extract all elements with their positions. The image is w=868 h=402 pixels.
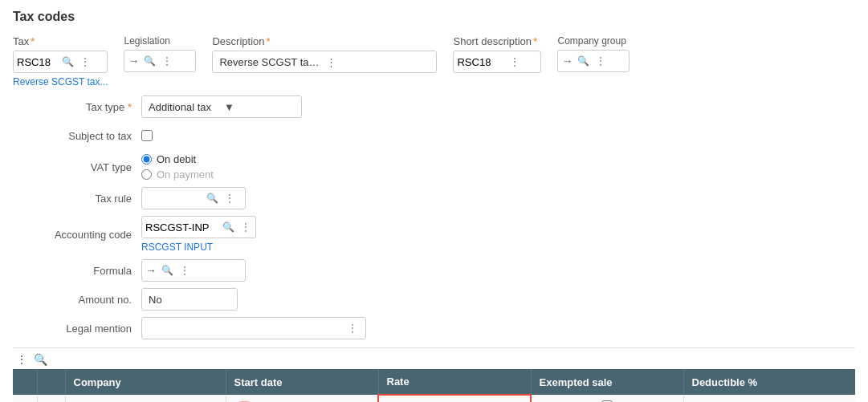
amount-no-row: Amount no. No bbox=[29, 288, 855, 311]
tax-field-group: Tax* 🔍 ⋮ Reverse SCGST tax... bbox=[13, 35, 108, 87]
row-actions-cell: ⋮ bbox=[37, 395, 65, 402]
col-header-start-date: Start date bbox=[226, 369, 378, 395]
row-number: 1 bbox=[13, 395, 37, 402]
vat-on-debit-radio[interactable] bbox=[141, 154, 152, 164]
tax-search-icon[interactable]: 🔍 bbox=[60, 56, 75, 67]
legislation-input-wrapper: → 🔍 ⋮ bbox=[124, 50, 196, 72]
company-group-field-group: Company group → 🔍 ⋮ bbox=[557, 35, 630, 72]
tax-input-wrapper: 🔍 ⋮ bbox=[13, 51, 108, 73]
tax-rates-table: Company Start date Rate Exempted sale De… bbox=[13, 369, 855, 402]
tax-rule-row: Tax rule 🔍 ⋮ bbox=[29, 187, 855, 209]
col-header-rate: Rate bbox=[378, 369, 531, 395]
tax-rule-more-icon[interactable]: ⋮ bbox=[223, 193, 236, 204]
accounting-code-link[interactable]: RSCGST INPUT bbox=[141, 242, 256, 253]
description-field-group: Description* Reverse SCGST tax Input 18%… bbox=[212, 35, 437, 73]
subject-to-tax-checkbox[interactable] bbox=[141, 130, 153, 141]
vat-on-payment-row: On payment bbox=[141, 169, 214, 181]
vat-type-label: VAT type bbox=[29, 161, 141, 173]
legislation-label: Legislation bbox=[124, 35, 196, 47]
subject-to-tax-label: Subject to tax bbox=[29, 130, 141, 142]
accounting-code-label: Accounting code bbox=[29, 229, 141, 241]
short-desc-field-group: Short description* ⋮ bbox=[453, 35, 541, 73]
tax-rule-search-icon[interactable]: 🔍 bbox=[205, 193, 220, 204]
col-header-company: Company bbox=[65, 369, 226, 395]
formula-more-icon[interactable]: ⋮ bbox=[178, 265, 191, 276]
col-header-actions bbox=[37, 369, 65, 395]
legislation-arrow-icon: → bbox=[128, 55, 139, 67]
legal-mention-label: Legal mention bbox=[29, 323, 141, 335]
legal-mention-field[interactable]: ⋮ bbox=[141, 317, 366, 339]
company-group-label: Company group bbox=[557, 35, 630, 47]
tax-rule-label: Tax rule bbox=[29, 193, 141, 205]
tax-label: Tax* bbox=[13, 35, 108, 47]
legislation-more-icon[interactable]: ⋮ bbox=[161, 55, 173, 67]
tax-codes-page: Tax codes Tax* 🔍 ⋮ Reverse SCGST tax... … bbox=[0, 0, 868, 402]
col-header-deductible: Deductible % bbox=[683, 369, 855, 395]
row-rate-cell[interactable]: 18.000000 bbox=[378, 395, 531, 402]
amount-no-label: Amount no. bbox=[29, 294, 141, 306]
tax-type-label: Tax type * bbox=[29, 101, 141, 113]
vat-type-row: VAT type On debit On payment bbox=[29, 153, 855, 181]
formula-row: Formula → 🔍 ⋮ bbox=[29, 259, 855, 282]
tax-more-icon[interactable]: ⋮ bbox=[79, 56, 92, 67]
tax-rule-input[interactable] bbox=[145, 193, 202, 205]
company-group-input-wrapper: → 🔍 ⋮ bbox=[557, 50, 630, 72]
legal-mention-row: Legal mention ⋮ bbox=[29, 317, 855, 339]
company-group-more-icon[interactable]: ⋮ bbox=[594, 55, 607, 67]
tax-type-dropdown[interactable]: Additional tax ▼ bbox=[141, 95, 302, 118]
formula-arrow-icon: → bbox=[145, 264, 157, 277]
amount-no-value: No bbox=[149, 294, 162, 306]
table-row: 1 ⋮ 🔍 ⋮ 📅 bbox=[13, 395, 855, 402]
legislation-search-icon[interactable]: 🔍 bbox=[142, 55, 157, 67]
vat-on-debit-row: On debit bbox=[141, 153, 214, 165]
col-header-num bbox=[13, 369, 37, 395]
dropdown-arrow-icon: ▼ bbox=[224, 101, 295, 113]
company-group-search-icon[interactable]: 🔍 bbox=[576, 55, 591, 67]
formula-label: Formula bbox=[29, 265, 141, 277]
tax-type-row: Tax type * Additional tax ▼ bbox=[29, 95, 855, 118]
vat-type-radio-group: On debit On payment bbox=[141, 153, 214, 181]
accounting-code-row: Accounting code 🔍 ⋮ RSCGST INPUT bbox=[29, 216, 855, 253]
short-desc-input-wrapper: ⋮ bbox=[453, 51, 541, 73]
tax-link[interactable]: Reverse SCGST tax... bbox=[13, 76, 108, 87]
table-toolbar-dots-icon[interactable]: ⋮ bbox=[16, 353, 27, 366]
legislation-field-group: Legislation → 🔍 ⋮ bbox=[124, 35, 196, 72]
accounting-code-more-icon[interactable]: ⋮ bbox=[239, 221, 252, 233]
short-desc-more-icon[interactable]: ⋮ bbox=[508, 56, 521, 67]
row-start-date-cell: 📅 bbox=[226, 395, 378, 402]
short-desc-input[interactable] bbox=[457, 56, 505, 68]
subject-to-tax-row: Subject to tax bbox=[29, 124, 855, 147]
amount-no-field: No bbox=[141, 288, 238, 311]
description-more-icon[interactable]: ⋮ bbox=[324, 56, 430, 68]
table-toolbar: ⋮ 🔍 bbox=[13, 347, 855, 369]
vat-on-payment-label: On payment bbox=[157, 169, 214, 181]
description-label: Description* bbox=[212, 35, 437, 47]
row-company-cell: 🔍 ⋮ bbox=[65, 395, 226, 402]
vat-on-debit-label: On debit bbox=[157, 153, 196, 165]
row-exempted-cell bbox=[531, 395, 683, 402]
tax-type-value: Additional tax bbox=[149, 101, 219, 113]
row-deductible-cell: 100.000000 bbox=[683, 395, 855, 402]
formula-input-wrapper: → 🔍 ⋮ bbox=[141, 259, 246, 282]
col-header-exempted: Exempted sale bbox=[531, 369, 683, 395]
table-toolbar-search-icon[interactable]: 🔍 bbox=[34, 353, 47, 366]
description-input-wrapper[interactable]: Reverse SCGST tax Input 18% ⋮ bbox=[212, 51, 437, 73]
short-desc-label: Short description* bbox=[453, 35, 541, 47]
top-fields-row: Tax* 🔍 ⋮ Reverse SCGST tax... Legislatio… bbox=[13, 35, 855, 87]
accounting-code-search-icon[interactable]: 🔍 bbox=[221, 221, 236, 233]
form-section: Tax type * Additional tax ▼ Subject to t… bbox=[13, 95, 855, 339]
company-group-arrow-icon: → bbox=[561, 55, 573, 67]
legal-mention-more-icon[interactable]: ⋮ bbox=[346, 323, 359, 334]
vat-on-payment-radio[interactable] bbox=[141, 169, 152, 180]
formula-search-icon[interactable]: 🔍 bbox=[160, 265, 175, 276]
description-value: Reverse SCGST tax Input 18% bbox=[219, 56, 321, 68]
tax-input[interactable] bbox=[17, 56, 57, 68]
tax-rule-input-wrapper: 🔍 ⋮ bbox=[141, 187, 246, 209]
table-header-row: Company Start date Rate Exempted sale De… bbox=[13, 369, 855, 395]
accounting-code-input[interactable] bbox=[145, 221, 218, 233]
accounting-code-input-wrapper: 🔍 ⋮ bbox=[141, 216, 256, 238]
page-title: Tax codes bbox=[13, 10, 855, 24]
